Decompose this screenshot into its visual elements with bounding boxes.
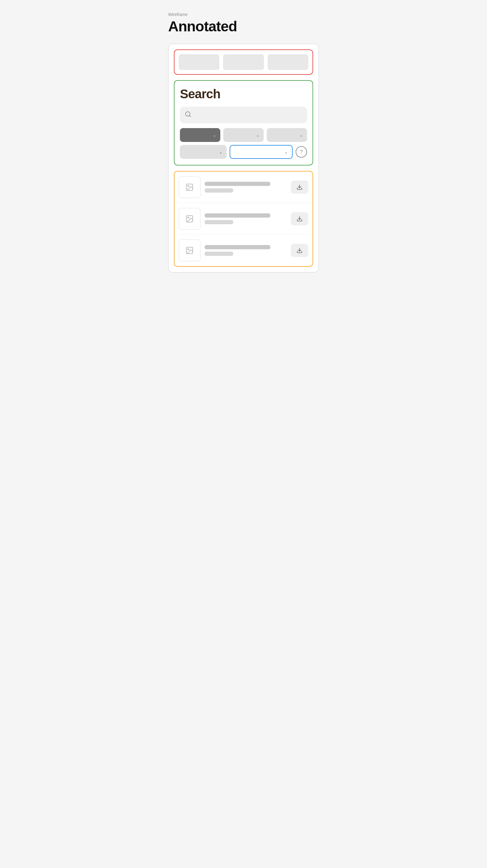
result-thumbnail [179,240,201,261]
page-title: Annotated [168,18,319,35]
placeholder-block-3 [268,54,308,70]
dropdown-4[interactable]: ⌄ [180,145,226,159]
result-subtitle-placeholder [205,220,233,224]
result-title-placeholder [205,245,270,249]
chevron-down-icon: ⌄ [256,133,260,137]
placeholder-block-1 [179,54,219,70]
svg-point-9 [188,249,189,250]
download-button[interactable] [291,244,308,257]
dropdown-highlighted[interactable]: ⌄ [230,145,293,159]
result-thumbnail [179,176,201,198]
dropdown-3[interactable]: ⌄ [267,128,307,142]
search-section: Search ⌄ ⌄ ⌄ [174,80,313,165]
help-button[interactable]: ? [296,146,307,158]
download-button[interactable] [291,212,308,225]
chevron-down-icon: ⌄ [219,150,222,154]
dropdown-1[interactable]: ⌄ [180,128,220,142]
main-card: Search ⌄ ⌄ ⌄ [168,44,319,273]
download-button[interactable] [291,181,308,194]
page-container: Wireframe Annotated Search [168,12,319,273]
filter-row-2: ⌄ ⌄ ? [180,145,307,159]
dropdown-2[interactable]: ⌄ [223,128,264,142]
result-thumbnail [179,208,201,230]
result-content [205,213,286,224]
result-title-placeholder [205,182,270,186]
result-title-placeholder [205,213,270,218]
placeholder-block-2 [223,54,264,70]
result-item [175,172,312,203]
svg-point-6 [188,217,189,218]
result-subtitle-placeholder [205,252,233,256]
results-section [174,171,313,267]
result-content [205,245,286,256]
result-content [205,182,286,193]
search-bar[interactable] [180,107,307,123]
help-icon: ? [300,149,303,155]
result-item [175,235,312,266]
search-section-title: Search [180,87,307,101]
top-bar-section [174,50,313,75]
result-item [175,203,312,235]
filter-row-1: ⌄ ⌄ ⌄ [180,128,307,142]
svg-line-1 [189,116,190,117]
search-icon [185,111,191,119]
result-subtitle-placeholder [205,188,233,193]
chevron-down-icon: ⌄ [213,133,216,137]
chevron-down-icon: ⌄ [300,133,303,137]
svg-point-3 [188,185,189,187]
page-label: Wireframe [168,12,319,17]
chevron-down-icon: ⌄ [284,150,288,154]
search-input[interactable] [194,112,302,118]
